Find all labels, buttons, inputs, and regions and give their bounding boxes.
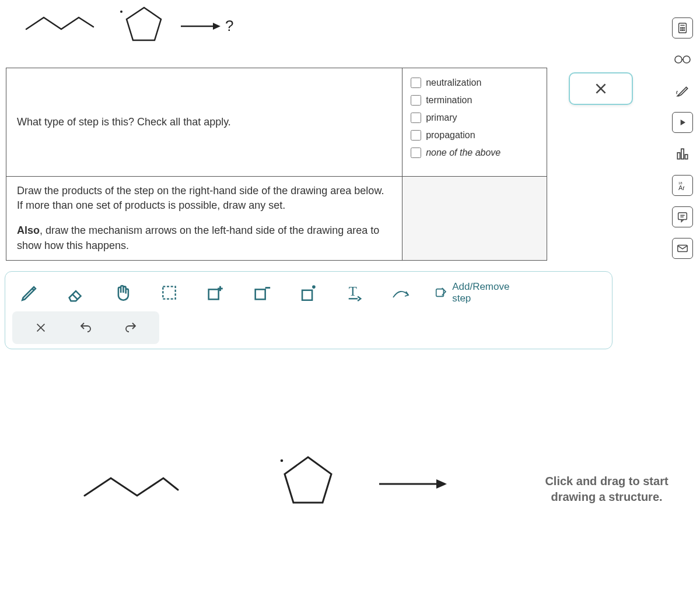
redo-icon	[124, 321, 138, 335]
calculator-icon	[676, 22, 689, 34]
undo-button[interactable]	[74, 316, 97, 339]
eraser-tool[interactable]	[64, 280, 89, 306]
svg-point-9	[681, 27, 681, 28]
svg-text:T: T	[349, 283, 357, 299]
pencil-tool[interactable]	[17, 280, 43, 306]
cancel-button[interactable]	[569, 72, 633, 105]
hand-tool[interactable]	[110, 280, 135, 306]
text-label-icon: T	[344, 282, 365, 303]
svg-rect-24	[678, 213, 687, 220]
checkbox-primary[interactable]	[411, 113, 421, 123]
undo-icon	[79, 321, 93, 335]
clear-button[interactable]	[29, 316, 52, 339]
svg-point-11	[684, 27, 684, 28]
text-label-tool[interactable]: T	[342, 280, 368, 306]
glasses-icon	[674, 54, 691, 65]
right-sidebar: 18 Ar	[665, 0, 700, 600]
svg-rect-36	[302, 290, 312, 300]
option-label: none of the above	[426, 148, 501, 158]
svg-point-14	[684, 30, 684, 30]
svg-rect-19	[677, 153, 680, 159]
option-label: termination	[426, 95, 472, 106]
reaction-scheme: ?	[6, 3, 239, 50]
svg-point-12	[681, 30, 681, 30]
checkbox-termination[interactable]	[411, 95, 421, 106]
eraser-icon	[66, 283, 86, 303]
video-button[interactable]	[672, 112, 693, 133]
feedback-icon	[676, 210, 689, 223]
svg-marker-18	[681, 120, 685, 125]
checkbox-neutralization[interactable]	[411, 78, 421, 88]
toolbar-main-row: T Add/Remove step	[12, 278, 605, 308]
hint-line1: Click and drag to start	[545, 475, 668, 487]
feedback-button[interactable]	[672, 206, 693, 227]
option-propagation[interactable]: propagation	[411, 127, 538, 144]
checkbox-none[interactable]	[411, 148, 421, 158]
calculator-button[interactable]	[672, 17, 693, 38]
charge-plus-icon	[205, 283, 225, 303]
option-neutralization[interactable]: neutralization	[411, 74, 538, 92]
svg-marker-46	[436, 479, 447, 489]
svg-point-15	[675, 56, 682, 63]
periodic-table-icon: 18 Ar	[676, 178, 690, 192]
hint-line2: drawing a structure.	[551, 490, 662, 503]
marquee-icon	[160, 283, 178, 302]
question2-rest: , draw the mechanism arrows on the left-…	[17, 224, 379, 251]
svg-point-16	[683, 56, 690, 63]
play-video-icon	[677, 117, 688, 128]
glasses-button[interactable]	[672, 49, 693, 70]
svg-rect-27	[678, 245, 688, 252]
charge-minus-icon	[252, 283, 272, 303]
option-label: primary	[426, 113, 457, 123]
question2-para2: Also, draw the mechanism arrows on the l…	[17, 223, 391, 252]
svg-line-29	[73, 294, 78, 299]
highlighter-icon	[675, 83, 690, 99]
svg-rect-31	[209, 289, 219, 299]
svg-point-0	[120, 10, 123, 13]
checkbox-propagation[interactable]	[411, 130, 421, 141]
option-primary[interactable]: primary	[411, 109, 538, 127]
radical-tool[interactable]	[296, 280, 321, 306]
add-remove-label: Add/Remove step	[452, 281, 530, 304]
option-none-of-the-above[interactable]: none of the above	[411, 144, 538, 162]
redo-button[interactable]	[119, 316, 142, 339]
svg-rect-20	[681, 149, 684, 159]
charge-minus-tool[interactable]	[249, 280, 275, 306]
close-icon	[34, 321, 47, 334]
svg-rect-34	[255, 289, 265, 299]
drawing-canvas[interactable]	[6, 350, 612, 595]
radical-icon	[298, 283, 318, 303]
svg-point-13	[682, 30, 682, 30]
question1-prompt: What type of step is this? Check all tha…	[17, 115, 391, 129]
question2-answer-placeholder	[402, 177, 547, 261]
svg-marker-3	[213, 23, 220, 30]
svg-text:Ar: Ar	[678, 184, 685, 191]
periodic-table-button[interactable]: 18 Ar	[672, 175, 693, 196]
option-termination[interactable]: termination	[411, 92, 538, 109]
close-icon	[593, 81, 608, 96]
toolbar-secondary-row	[12, 311, 159, 344]
option-label: propagation	[426, 130, 475, 141]
bar-chart-icon	[675, 146, 690, 162]
svg-line-28	[32, 289, 34, 290]
curved-arrow-icon	[391, 284, 412, 301]
highlighter-button[interactable]	[672, 80, 693, 101]
mail-icon	[676, 242, 689, 255]
edit-square-icon	[435, 286, 447, 299]
svg-rect-30	[163, 286, 175, 299]
curved-arrow-tool[interactable]	[388, 280, 414, 306]
charge-plus-tool[interactable]	[202, 280, 228, 306]
question2-para1: Draw the products of the step on the rig…	[17, 184, 391, 213]
bar-chart-button[interactable]	[672, 143, 693, 164]
svg-marker-1	[127, 8, 161, 40]
option-label: neutralization	[426, 78, 481, 88]
marquee-tool[interactable]	[156, 280, 182, 306]
hand-icon	[113, 283, 132, 303]
mail-button[interactable]	[672, 238, 693, 259]
svg-point-43	[281, 459, 284, 462]
svg-point-37	[312, 285, 316, 289]
drawing-hint: Click and drag to start drawing a struct…	[531, 473, 682, 505]
question2-bold: Also	[17, 224, 40, 236]
add-remove-step-button[interactable]: Add/Remove step	[435, 281, 600, 304]
svg-marker-44	[285, 457, 331, 503]
